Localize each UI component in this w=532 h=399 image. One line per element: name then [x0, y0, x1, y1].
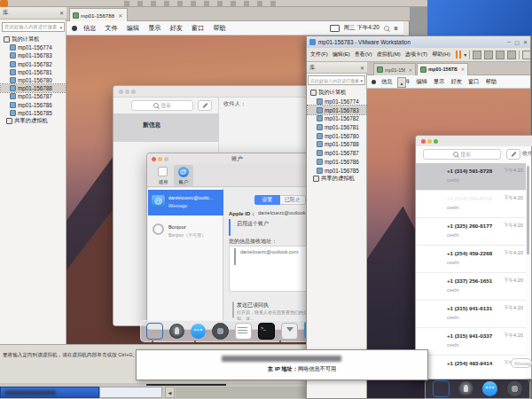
tree-item-mp01-156780[interactable]: mp01-156780 — [308, 131, 366, 140]
conversation-row[interactable]: +1 (254) 493-9414下午4:20 — [416, 356, 526, 379]
menu-文件[interactable]: 文件 — [105, 24, 117, 33]
apple-menu-icon[interactable] — [372, 80, 376, 84]
snapshot-icon[interactable] — [484, 51, 493, 59]
menu-信息[interactable]: 信息 — [83, 24, 96, 33]
scrollbar-channel[interactable] — [176, 387, 306, 398]
tree-item-mp01-156788[interactable]: mp01-156788 — [308, 140, 366, 149]
vmware-menu-虚拟机(M)[interactable]: 虚拟机(M) — [377, 51, 401, 59]
send-ctrl-alt-del-icon[interactable] — [473, 51, 481, 59]
tree-item-mp01-156787[interactable]: mp01-156787 — [1, 92, 66, 100]
library-search-right[interactable]: 在此处输入内容进行搜索 ▾ — [308, 75, 365, 85]
revert-snapshot-icon[interactable] — [496, 51, 505, 59]
library-search-left[interactable]: 在此处输入内容进行搜索 ▾ — [2, 22, 65, 32]
imessage-input[interactable]: iMessage — [511, 358, 532, 368]
tree-item-mp01-156783[interactable]: mp01-156783 — [308, 106, 366, 114]
tree-shared-vms[interactable]: 共享的虚拟机 — [1, 117, 66, 125]
menu-显示[interactable]: 显示 — [148, 24, 160, 33]
prefs-titlebar[interactable]: 账户 — [147, 153, 332, 164]
zoom-window-icon[interactable] — [434, 139, 438, 144]
conversation-row[interactable]: +1 (325) 260-8177下午4:20ceshi — [416, 218, 526, 246]
tree-item-mp01-156786[interactable]: mp01-156786 — [308, 158, 366, 167]
close-tab-icon[interactable]: ✕ — [461, 66, 465, 72]
tree-item-mp01-156781[interactable]: mp01-156781 — [308, 123, 366, 132]
vmware-menu-编辑(E)[interactable]: 编辑(E) — [332, 51, 350, 59]
menu-好友[interactable]: 好友 — [450, 78, 462, 86]
titlebar-right[interactable]: mp01-156783 - VMware Workstation ─ ▢ ✕ — [307, 36, 530, 48]
conversation-row[interactable]: +1 (337) 256-1651下午4:20ceshi — [416, 273, 526, 301]
reach-address-checkbox[interactable] — [234, 248, 236, 265]
notification-center-icon[interactable]: ≣ — [394, 25, 398, 31]
apple-menu-icon[interactable] — [72, 26, 77, 31]
search-dropdown-icon[interactable]: ▾ — [59, 25, 62, 30]
finder-dock-icon[interactable] — [433, 380, 450, 397]
menu-显示[interactable]: 显示 — [434, 78, 445, 86]
tree-item-mp01-156787[interactable]: mp01-156787 — [308, 149, 366, 158]
system-preferences-dock-icon[interactable] — [506, 380, 523, 397]
power-dropdown-icon[interactable]: ▾ — [464, 51, 466, 58]
messages-dock-icon[interactable] — [482, 381, 497, 396]
vmware-menu-选项卡(T)[interactable]: 选项卡(T) — [405, 51, 428, 59]
manage-snapshots-icon[interactable] — [507, 51, 516, 59]
menu-帮助[interactable]: 帮助 — [213, 24, 225, 33]
tree-item-mp01-156782[interactable]: mp01-156782 — [1, 60, 66, 68]
conversation-row[interactable]: +1 (314) 591-8728下午4:20ceshi — [416, 191, 526, 218]
vm-tab-mp01-156788[interactable]: mp01-156788 ✕ — [69, 8, 128, 21]
account-item-imessage[interactable]: @ danielcuezc@outlo… iMessage — [148, 190, 223, 215]
minimize-window-icon[interactable] — [125, 90, 129, 94]
prefs-tab-general[interactable]: 通用 — [154, 166, 172, 185]
host-app-icon[interactable] — [0, 0, 8, 7]
minimize-button[interactable]: ─ — [507, 39, 511, 45]
tree-item-mp01-156785[interactable]: mp01-156785 — [308, 166, 366, 175]
close-button[interactable]: ✕ — [523, 39, 528, 45]
terminal-dock-icon[interactable] — [258, 323, 275, 340]
minimize-window-icon[interactable] — [427, 139, 432, 144]
menu-窗口[interactable]: 窗口 — [468, 78, 480, 86]
tree-item-mp01-156785[interactable]: mp01-156785 — [1, 109, 66, 117]
launchpad-dock-icon[interactable] — [169, 324, 184, 339]
read-receipts-checkbox[interactable] — [232, 301, 234, 318]
conversation-row[interactable]: +1 (254) 459-2268下午4:20ceshi — [416, 246, 526, 273]
taskbar-button[interactable] — [0, 387, 99, 398]
tab-settings[interactable]: 设置 — [254, 195, 280, 205]
maximize-button[interactable]: ▢ — [514, 39, 520, 45]
tree-item-mp01-156783[interactable]: mp01-156783 — [1, 51, 66, 59]
tree-root[interactable]: 我的计算机 — [1, 35, 66, 43]
console-view-icon[interactable] — [522, 51, 531, 59]
conversation-row[interactable]: +1 (315) 941-6131下午4:20ceshi — [416, 301, 526, 328]
installer-dock-icon[interactable] — [281, 323, 298, 340]
vmware-menu-查看(V)[interactable]: 查看(V) — [355, 51, 372, 59]
messages-titlebar-right[interactable] — [416, 136, 532, 146]
enable-account-checkbox[interactable] — [229, 219, 231, 236]
menu-信息[interactable]: 信息 — [381, 78, 393, 86]
prefs-tab-accounts[interactable]: @ 账户 — [174, 165, 193, 186]
tree-item-mp01-156786[interactable]: mp01-156786 — [1, 101, 66, 109]
minimize-window-icon[interactable] — [158, 157, 162, 161]
tree-shared-vms[interactable]: 共享的虚拟机 — [308, 175, 366, 184]
tree-item-mp01-156774[interactable]: mp01-156774 — [308, 98, 366, 106]
compose-button-left[interactable] — [198, 100, 212, 111]
list-scrollbar[interactable] — [527, 166, 529, 254]
scroll-left-button[interactable]: ◀ — [165, 387, 175, 398]
tree-item-mp01-156782[interactable]: mp01-156782 — [308, 114, 366, 123]
conversation-row[interactable]: +1 (315) 941-0337下午4:20ceshi — [416, 328, 526, 356]
to-field-right[interactable]: 收件人： — [522, 150, 532, 158]
zoom-window-icon[interactable] — [164, 157, 168, 161]
menubar-clock[interactable]: 周三 下午4:20 — [344, 24, 379, 32]
tree-root[interactable]: 我的计算机 — [308, 89, 366, 98]
messages-titlebar-left[interactable] — [113, 86, 333, 98]
vm-tab-mp01-156783[interactable]: mp01-156783 ✕ — [417, 63, 468, 76]
menu-帮助[interactable]: 帮助 — [486, 78, 497, 86]
zoom-window-icon[interactable] — [131, 90, 136, 94]
vmware-menu-文件(F)[interactable]: 文件(F) — [310, 51, 328, 59]
suspend-icon[interactable] — [456, 51, 462, 59]
scroll-up-button[interactable]: ▲ — [397, 77, 406, 88]
scrollbar-thumb[interactable] — [99, 387, 162, 398]
search-dropdown-icon[interactable]: ▾ — [360, 78, 363, 83]
launchpad-dock-icon[interactable] — [458, 381, 473, 396]
system-preferences-dock-icon[interactable] — [212, 323, 229, 340]
account-item-bonjour[interactable]: Bonjour Bonjour（不可用） — [148, 217, 223, 243]
finder-dock-icon[interactable] — [146, 323, 163, 340]
close-panel-icon[interactable]: ✕ — [59, 10, 64, 16]
messages-search-right[interactable]: 搜索 — [423, 149, 501, 160]
vmware-menu-帮助(H)[interactable]: 帮助(H) — [432, 51, 450, 59]
